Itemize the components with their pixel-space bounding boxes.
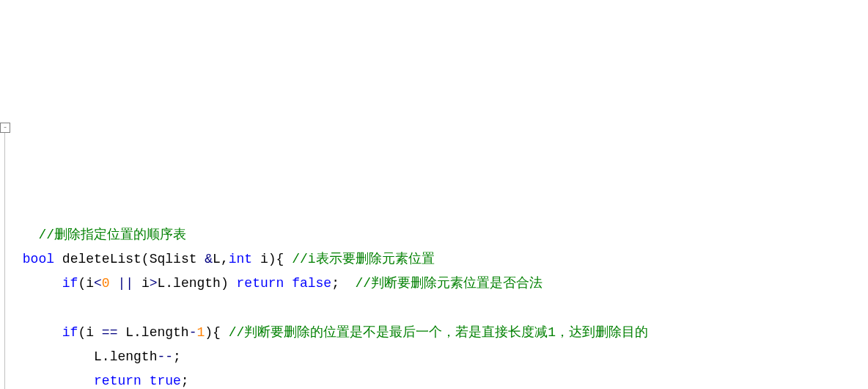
comment: //i表示要删除元素位置 [292, 252, 434, 266]
keyword-bool: bool [23, 252, 54, 266]
keyword-if: if [62, 276, 78, 291]
keyword-if: if [62, 325, 78, 340]
keyword-return: return [237, 276, 284, 291]
comment: //判断要删除元素位置是否合法 [356, 276, 543, 291]
comment: //判断要删除的位置是不是最后一个，若是直接长度减1，达到删除目的 [229, 325, 648, 340]
code-editor-view: - //删除指定位置的顺序表 bool deleteList(Sqlist &L… [0, 98, 868, 389]
function-name: deleteList [54, 252, 141, 266]
fold-guide-line [4, 133, 5, 389]
fold-toggle-icon[interactable]: - [0, 123, 10, 133]
keyword-return: return [94, 374, 141, 388]
comment: //删除指定位置的顺序表 [38, 228, 186, 242]
code-content: //删除指定位置的顺序表 bool deleteList(Sqlist &L,i… [15, 223, 868, 389]
